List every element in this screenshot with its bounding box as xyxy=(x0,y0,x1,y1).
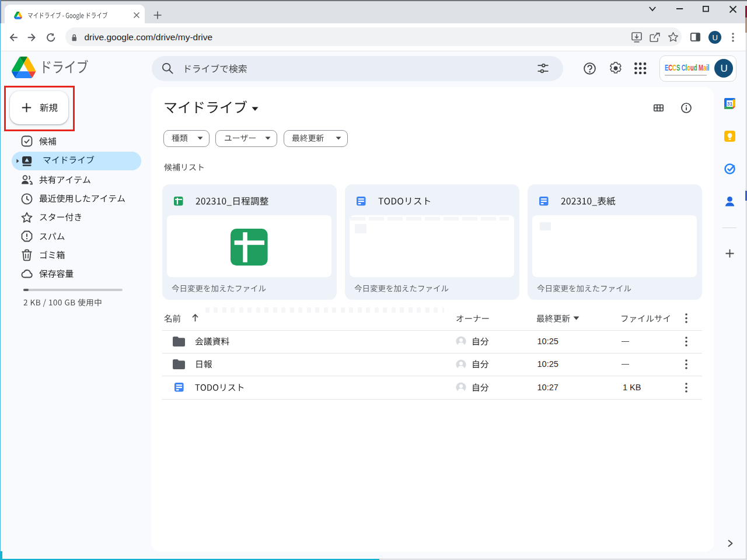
svg-text:31: 31 xyxy=(727,101,732,106)
